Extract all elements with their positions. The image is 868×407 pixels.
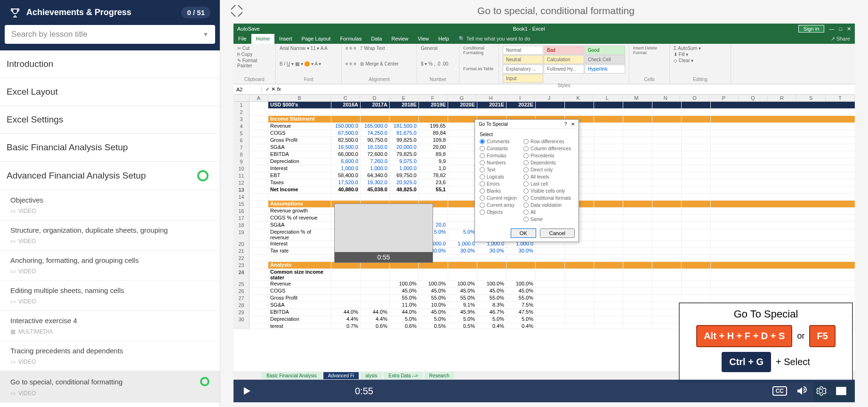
window-min-icon: — [829,26,834,32]
sheet-tab: Basic Financial Analysis [262,372,321,379]
ribbon-font: Arial Narrow ▾ 11 ▾ A A B I U ▾ ▦ ▾ 🟠 ▾ … [276,44,342,84]
ribbon-tab: Data [366,34,386,44]
video-icon: ▭ [10,268,16,275]
ribbon-tab: Home [251,34,274,44]
autosave-label: AutoSave [237,26,260,32]
ribbon-tab: Review [386,34,413,44]
lesson-item[interactable]: Interactive exercise 4▦MULTIMEDIA [0,311,220,341]
video-time: 0:55 [355,386,373,397]
sheet-tab: Research [425,372,454,379]
main: Go to special, conditional formatting Au… [220,0,868,407]
ribbon-tab: View [413,34,434,44]
lesson-item[interactable]: Go to special, conditional formatting▭VI… [0,371,220,403]
volume-icon[interactable] [796,385,807,397]
sheet-tab: Extra Data --> [384,372,423,379]
dialog-option: Formulas [480,153,517,158]
search-input[interactable]: Search by lesson title ▼ [5,25,215,44]
overlay-title: Go To Special [686,308,845,320]
gear-icon[interactable] [815,385,827,397]
section-excel-settings[interactable]: Excel Settings [0,106,220,134]
cc-button[interactable]: CC [772,386,787,396]
trophy-icon [9,7,21,18]
sidebar-title: Achievements & Progress [26,8,176,17]
ribbon: ✂ Cut ⎘ Copy ✎ Format Painter Clipboard … [233,44,855,84]
sidebar-header: Achievements & Progress 0 / 51 [0,0,220,25]
search-wrap: Search by lesson title ▼ [0,25,220,50]
lesson-item[interactable]: Tracing precedents and dependents▭VIDEO [0,341,220,371]
dialog-option: Column differences [523,146,571,151]
video-player[interactable]: AutoSave Book1 - Excel Sign in — □ ✕ Fil… [233,24,855,402]
lesson-item[interactable]: Anchoring, formatting, and grouping cell… [0,251,220,281]
dialog-option: Errors [480,181,517,187]
ribbon-editing: Σ AutoSum ▾ ⬇ Fill ▾ ◇ Clear ▾ Editing [670,44,731,84]
video-icon: ▭ [10,208,16,214]
shortcut-key-1: Alt + H + F + D + S [696,325,792,347]
caret-down-icon: ▼ [203,31,209,38]
ribbon-tab: Page Layout [297,34,336,44]
dialog-option: Constants [480,146,517,151]
ribbon-tab: Formulas [335,34,366,44]
dialog-cancel-button: Cancel [540,228,575,238]
dialog-option: Current array [480,203,517,208]
dialog-option: Logicals [480,174,517,179]
window-close-icon: ✕ [847,26,851,32]
video-icon: ▭ [10,298,16,305]
spreadsheet-grid: ABCDEFGHIJKLMNOPQRST 1USD $000's2016A201… [233,95,855,329]
dialog-option: Last cell [523,181,571,187]
main-header: Go to special, conditional formatting [220,0,868,24]
play-icon[interactable] [241,385,252,397]
multimedia-icon: ▦ [10,328,16,335]
fullscreen-toggle-icon[interactable] [230,4,244,18]
video-thumbnail-preview: 0:55 [334,204,433,263]
sidebar: Achievements & Progress 0 / 51 Search by… [0,0,220,407]
dialog-option: Direct only [523,167,571,172]
sheet-tab: alysis [361,372,382,379]
name-box: A2 [233,87,262,92]
ribbon-clipboard: ✂ Cut ⎘ Copy ✎ Format Painter Clipboard [233,44,276,84]
dialog-title: Go To Special [479,122,508,127]
lesson-item[interactable]: Structure, organization, duplicate sheet… [0,220,220,251]
section-excel-layout[interactable]: Excel Layout [0,78,220,106]
lesson-item[interactable]: Objectives▭VIDEO [0,190,220,220]
dialog-option: Conditional formats [523,195,571,201]
fullscreen-icon[interactable] [835,385,847,397]
ribbon-styles: NormalBadGoodNeutralCalculationCheck Cel… [499,44,629,84]
shortcut-overlay: Go To Special Alt + H + F + D + S or F5 … [679,302,853,383]
window-max-icon: □ [839,26,842,32]
video-icon: ▭ [10,238,16,244]
ribbon-tab: Insert [274,34,297,44]
ribbon-cells: Insert Delete Format Cells [629,44,670,84]
progress-badge: 0 / 51 [181,7,210,18]
dialog-option: Data validation [523,203,571,208]
dialog-option: Precedents [523,153,571,158]
dialog-option: Numbers [480,160,517,165]
sheet-tab: Advanced Fi [323,372,359,379]
ribbon-number: General $ ▾ % , .0 .00 Number [417,44,459,84]
section-advanced-fa[interactable]: Advanced Financial Analysis Setup [0,162,220,190]
signin-button: Sign in [798,25,825,33]
dialog-option: Current region [480,195,517,201]
dialog-option: Blanks [480,188,517,194]
video-icon: ▭ [10,358,16,365]
dialog-option: Row differences [523,139,571,144]
ribbon-tab: File [233,34,251,44]
section-basic-fa[interactable]: Basic Financial Analysis Setup [0,134,220,162]
ribbon-tabs: FileHomeInsertPage LayoutFormulasDataRev… [233,34,855,44]
preview-time: 0:55 [335,252,433,262]
dialog-option: Comments [480,139,517,144]
lesson-list[interactable]: Introduction Excel Layout Excel Settings… [0,50,220,407]
page-title: Go to special, conditional formatting [253,5,859,16]
go-to-special-dialog: Go To Special? ✕ Select Comments Constan… [474,119,579,242]
dialog-option: Text [480,167,517,172]
dialog-option: Same [523,217,571,222]
ribbon-cond-format: Conditional Formatting Format as Table [459,44,499,84]
ribbon-alignment: ≡ ≡ ≡ ⤴ Wrap Text ≡ ≡ ≡ ⊞ Merge & Center… [342,44,417,84]
video-icon: ▭ [10,390,16,397]
dialog-option: All [523,210,571,215]
doc-title: Book1 - Excel [265,26,794,32]
dialog-ok-button: OK [511,228,536,238]
video-controls: 0:55 CC [233,380,855,402]
shortcut-key-2: F5 [809,325,835,347]
lesson-item[interactable]: Editing multiple sheets, naming cells▭VI… [0,281,220,311]
section-introduction[interactable]: Introduction [0,50,220,78]
